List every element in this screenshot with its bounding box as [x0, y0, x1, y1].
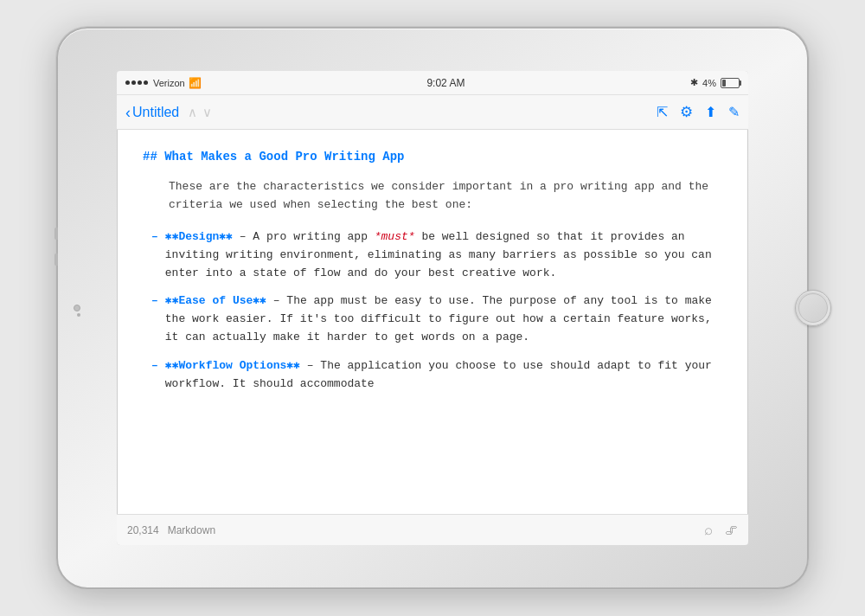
share-icon[interactable]: ⬆	[705, 104, 716, 120]
battery-percent: 4%	[702, 78, 716, 88]
bullet-design: –	[151, 228, 158, 282]
search-icon[interactable]: ⌕	[704, 522, 713, 539]
edit-icon[interactable]: ✎	[728, 104, 740, 120]
cursor-icon[interactable]: ⇱	[657, 104, 668, 120]
mode-label: Markdown	[168, 524, 215, 536]
home-button-inner	[798, 293, 828, 323]
camera-mic	[77, 313, 80, 317]
list-content-design: ✱✱Design✱✱ – A pro writing app *must* be…	[165, 228, 722, 282]
asterisk-close-ease: ✱✱	[253, 294, 266, 307]
workflow-options-label: Workflow Options	[178, 359, 286, 372]
list-items: – ✱✱Design✱✱ – A pro writing app *must* …	[143, 228, 722, 393]
back-label: Untitled	[132, 105, 179, 120]
intro-paragraph: These are the characteristics we conside…	[143, 178, 722, 215]
up-arrow-button[interactable]: ∧	[188, 105, 197, 120]
nav-right: ⇱ ⚙ ⬆ ✎	[657, 103, 740, 121]
wifi-icon: 📶	[189, 77, 202, 89]
bottom-right: ⌕ 🖇	[704, 522, 738, 539]
asterisk-open-ease: ✱✱	[165, 294, 179, 307]
list-item-design: – ✱✱Design✱✱ – A pro writing app *must* …	[151, 228, 722, 282]
bottom-toolbar: 20,314 Markdown ⌕ 🖇	[117, 514, 748, 545]
down-arrow-button[interactable]: ∨	[202, 105, 212, 120]
nav-arrows: ∧ ∨	[188, 105, 212, 120]
signal-dot-3	[138, 80, 142, 85]
status-right: ✱ 4%	[690, 77, 740, 88]
signal-dot-1	[125, 80, 130, 85]
bullet-ease: –	[151, 292, 158, 346]
list-content-workflow: ✱✱Workflow Options✱✱ – The application y…	[165, 357, 722, 394]
nav-bar: ‹ Untitled ∧ ∨ ⇱ ⚙ ⬆ ✎	[117, 95, 748, 130]
bluetooth-icon: ✱	[690, 77, 698, 88]
must-text: *must*	[375, 230, 415, 243]
carrier-label: Verizon	[153, 78, 185, 88]
status-left: Verizon 📶	[125, 77, 202, 89]
asterisk-close-design: ✱✱	[219, 230, 233, 243]
asterisk-open-design: ✱✱	[165, 230, 179, 243]
gear-icon[interactable]: ⚙	[680, 103, 693, 121]
back-button[interactable]: ‹ Untitled	[125, 105, 179, 120]
document-heading: ## What Makes a Good Pro Writing App	[143, 147, 722, 166]
bullet-workflow: –	[151, 357, 158, 394]
word-count: 20,314	[127, 524, 159, 536]
asterisk-close-workflow: ✱✱	[286, 359, 300, 372]
list-item-ease-of-use: – ✱✱Ease of Use✱✱ – The app must be easy…	[151, 292, 722, 346]
clock: 9:02 AM	[426, 77, 465, 89]
editor-content[interactable]: ## What Makes a Good Pro Writing App The…	[117, 130, 748, 514]
ease-of-use-label: Ease of Use	[178, 294, 253, 307]
battery-body	[721, 78, 740, 88]
battery-fill	[722, 80, 726, 87]
status-bar: Verizon 📶 9:02 AM ✱ 4%	[117, 71, 748, 95]
design-text-1: – A pro writing app	[233, 230, 375, 243]
back-arrow-icon: ‹	[125, 105, 131, 120]
signal-dot-2	[131, 80, 136, 85]
signal-dots	[125, 80, 148, 85]
camera	[74, 305, 80, 311]
list-item-workflow: – ✱✱Workflow Options✱✱ – The application…	[151, 357, 722, 394]
ipad-device: Verizon 📶 9:02 AM ✱ 4% ‹ Untit	[56, 27, 809, 589]
asterisk-open-workflow: ✱✱	[165, 359, 179, 372]
home-button[interactable]	[795, 290, 831, 326]
volume-down-button[interactable]	[54, 253, 58, 266]
bottom-left: 20,314 Markdown	[127, 524, 215, 536]
signal-dot-4	[144, 80, 148, 85]
nav-left: ‹ Untitled ∧ ∨	[125, 105, 212, 120]
list-content-ease: ✱✱Ease of Use✱✱ – The app must be easy t…	[165, 292, 722, 346]
attachment-icon[interactable]: 🖇	[725, 523, 738, 537]
ipad-screen: Verizon 📶 9:02 AM ✱ 4% ‹ Untit	[117, 71, 748, 545]
battery-indicator	[721, 78, 740, 88]
volume-up-button[interactable]	[54, 228, 58, 240]
battery-tip	[740, 80, 741, 86]
design-label: Design	[178, 230, 219, 243]
